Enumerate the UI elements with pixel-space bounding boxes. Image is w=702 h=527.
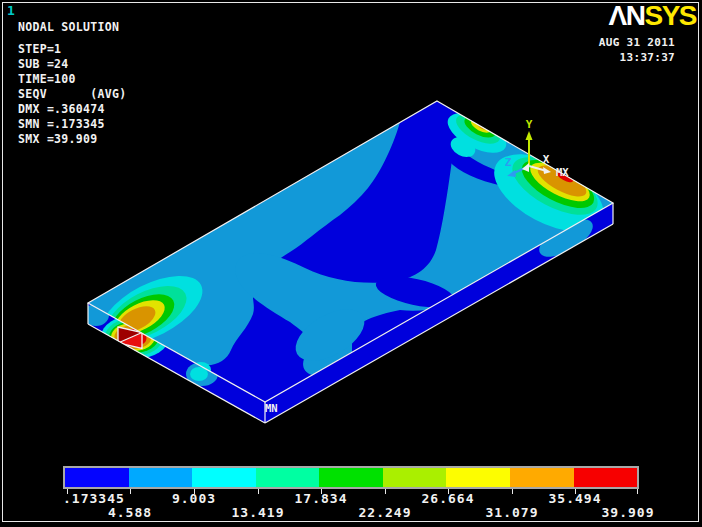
axis-y-arrow bbox=[526, 131, 533, 140]
info-line-sub: SUB =24 bbox=[18, 57, 126, 72]
info-panel: NODAL SOLUTION STEP=1 SUB =24 TIME=100 S… bbox=[18, 20, 126, 147]
axis-x-label: X bbox=[543, 153, 550, 166]
legend-label: 4.588 bbox=[108, 505, 152, 520]
model-plate bbox=[83, 101, 616, 423]
legend-band bbox=[574, 468, 638, 487]
info-line-dmx: DMX =.360474 bbox=[18, 102, 126, 117]
legend-tick bbox=[130, 489, 131, 494]
info-line-smn: SMN =.173345 bbox=[18, 117, 126, 132]
legend-colorbar bbox=[63, 466, 639, 489]
legend-label: 31.079 bbox=[486, 505, 539, 520]
time-label: 13:37:37 bbox=[599, 50, 675, 65]
legend-band bbox=[383, 468, 447, 487]
legend-label: 13.419 bbox=[232, 505, 285, 520]
legend-band bbox=[319, 468, 383, 487]
legend-tick bbox=[637, 489, 638, 494]
legend-band bbox=[256, 468, 320, 487]
date-label: AUG 31 2011 bbox=[599, 35, 675, 50]
legend-band bbox=[129, 468, 193, 487]
legend-band bbox=[446, 468, 510, 487]
window-number: 1 bbox=[7, 3, 15, 18]
legend-band bbox=[65, 468, 129, 487]
legend-band bbox=[510, 468, 574, 487]
info-line-step: STEP=1 bbox=[18, 42, 126, 57]
legend-tick bbox=[512, 489, 513, 494]
legend-band bbox=[192, 468, 256, 487]
logo-white-part: ΛN bbox=[609, 0, 645, 31]
axis-y-label: Y bbox=[526, 118, 533, 131]
legend-label: 9.003 bbox=[172, 491, 216, 506]
ansys-window: Y X Z MX MN 1 NODAL SOLUTION STEP=1 SUB … bbox=[0, 0, 702, 527]
logo-yellow-part: SYS bbox=[644, 0, 696, 31]
info-line-time: TIME=100 bbox=[18, 72, 126, 87]
mn-label: MN bbox=[265, 402, 278, 414]
legend-tick bbox=[385, 489, 386, 494]
legend-label: 22.249 bbox=[359, 505, 412, 520]
datetime-block: AUG 31 2011 13:37:37 bbox=[599, 35, 675, 65]
legend-tick bbox=[258, 489, 259, 494]
legend-label: 35.494 bbox=[549, 491, 602, 506]
mx-label: MX bbox=[556, 166, 569, 178]
legend-label: 17.834 bbox=[295, 491, 348, 506]
legend-label: 26.664 bbox=[422, 491, 475, 506]
solution-title: NODAL SOLUTION bbox=[18, 20, 126, 35]
legend-label: .173345 bbox=[63, 491, 125, 506]
ansys-logo: ΛNSYS bbox=[609, 3, 696, 29]
info-line-seqv: SEQV (AVG) bbox=[18, 87, 126, 102]
info-line-smx: SMX =39.909 bbox=[18, 132, 126, 147]
axis-z-label: Z bbox=[505, 156, 512, 169]
legend-label: 39.909 bbox=[602, 505, 655, 520]
